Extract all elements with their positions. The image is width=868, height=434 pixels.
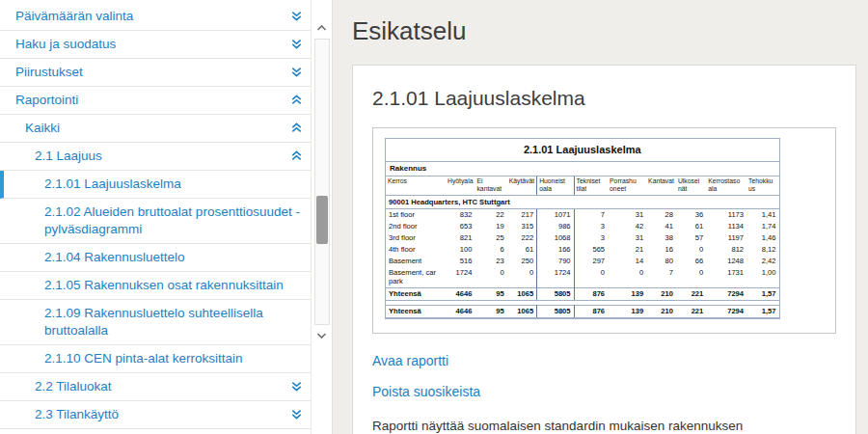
sidebar-item-label: Raportointi [15,92,283,109]
chevron-down-icon [316,332,327,339]
double-chevron-down-icon[interactable] [290,38,303,50]
sidebar-item[interactable]: 2.2 Tilaluokat [0,373,311,401]
report-cell: 217 [507,208,537,221]
report-cell: 95 [475,305,506,317]
sidebar-item-label: 2.1.04 Rakennusluettelo [44,249,303,266]
report-cell: 0 [608,267,646,288]
double-chevron-up-icon[interactable] [290,94,303,106]
report-data-row: Basement, car park1724001724007017311,00 [386,267,779,288]
report-cell: 821 [446,232,475,244]
sidebar-item[interactable]: 2.1 Laajuus [0,143,311,171]
report-row-label: 4th floor [386,244,446,256]
double-chevron-down-icon[interactable] [290,380,303,393]
report-cell: 1071 [537,208,574,221]
report-group-label: 90001 Headquarters, HTC Stuttgart [386,195,779,208]
scrollbar-track[interactable] [314,39,330,325]
report-cell: 0 [574,267,608,288]
report-cell: 31 [608,208,646,221]
report-data-row: 4th floor100661166565211608128,12 [386,244,779,256]
sidebar-item[interactable]: Piirustukset [0,59,311,87]
report-cell: 210 [646,305,676,317]
sidebar-item-selected[interactable]: 2.1.01 Laajuuslaskelma [0,171,311,199]
report-cell: 66 [676,256,706,267]
sidebar-item-label: 2.1 Laajuus [35,148,283,165]
sidebar-item[interactable]: 2.3 Tilankäyttö [0,401,311,429]
report-cell: 28 [646,208,676,221]
sidebar-item[interactable]: 2.1.09 Rakennusluettelo suhteellisella b… [0,300,311,345]
scroll-down-button[interactable] [312,327,332,344]
sidebar-item[interactable]: Kaikki [0,115,311,143]
remove-favorite-link[interactable]: Poista suosikeista [372,384,480,399]
report-cell: 19 [475,221,506,232]
open-report-link[interactable]: Avaa raportti [372,353,448,368]
report-cell: 6 [475,244,506,256]
scrollbar-thumb[interactable] [316,196,328,244]
report-cell: 1,46 [746,232,778,244]
report-cell: 812 [706,244,746,256]
chevron-up-icon [316,24,327,32]
sidebar-item-label: 2.3 Tilankäyttö [35,406,283,423]
report-cell: 297 [574,256,608,267]
sidebar-scrollbar[interactable] [311,0,333,434]
sidebar: Päivämäärän valintaHaku ja suodatusPiiru… [0,0,311,434]
report-cell: 876 [574,305,608,317]
sidebar-item-label: 2.1.05 Rakennuksen osat rakennuksittain [44,277,303,294]
report-column-header: Kerrostaso ala [706,176,746,195]
main-content: Esikatselu 2.1.01 Laajuuslaskelma 2.1.01… [333,0,868,434]
preview-card: 2.1.01 Laajuuslaskelma 2.1.01 Laajuuslas… [352,65,856,434]
report-cell: 1065 [507,305,537,317]
double-chevron-down-icon[interactable] [290,66,303,78]
report-row-label: Basement, car park [386,267,446,288]
report-column-header: Hyötyala [446,176,475,195]
sidebar-item[interactable]: Päivämäärän valinta [0,3,311,31]
report-column-header: Käytävät [507,176,537,195]
sidebar-item[interactable]: Raportointi [0,87,311,115]
report-cell: 1724 [446,267,475,288]
report-cell: 31 [608,232,646,244]
report-cell: 1173 [706,208,746,221]
report-cell: 790 [537,256,574,267]
report-cell: 3 [574,221,608,232]
sidebar-item-label: Kaikki [25,120,283,137]
sidebar-item[interactable]: 2.4 Henkilöt [0,429,311,434]
report-column-header: Ulkosei nät [676,176,706,195]
report-cell: 0 [676,267,706,288]
report-cell: 95 [475,287,506,300]
report-column-header: Tehokku us [746,176,778,195]
report-cell: 221 [676,287,706,300]
report-title: 2.1.01 Laajuuslaskelma [386,139,779,162]
double-chevron-down-icon[interactable] [290,10,303,22]
report-data-row: 3rd floor821252221068331385711971,46 [386,232,779,244]
report-column-header: Huoneist oala [537,176,574,195]
report-cell: 7294 [706,305,746,317]
report-cell: 139 [608,305,646,317]
sidebar-item[interactable]: 2.1.02 Alueiden bruttoalat prosenttiosuu… [0,199,311,244]
sidebar-item[interactable]: 2.1.05 Rakennuksen osat rakennuksittain [0,272,311,300]
sidebar-item-label: 2.1.09 Rakennusluettelo suhteellisella b… [44,305,303,339]
report-cell: 222 [507,232,537,244]
sidebar-item[interactable]: 2.1.10 CEN pinta-alat kerroksittain [0,345,311,373]
sidebar-item[interactable]: 2.1.04 Rakennusluettelo [0,244,311,272]
sidebar-item-label: Päivämäärän valinta [15,8,283,25]
sidebar-item[interactable]: Haku ja suodatus [0,31,311,59]
report-cell: 23 [475,256,506,267]
report-cell: 565 [574,244,608,256]
report-column-header: Porrashu oneet [608,176,646,195]
report-cell: 61 [507,244,537,256]
report-column-header: Ei kantavat [475,176,506,195]
sidebar-item-label: 2.1.01 Laajuuslaskelma [44,176,303,193]
report-description: Raportti näyttää suomalaisen standardin … [372,417,836,434]
report-cell: 1724 [537,267,574,288]
report-cell: 221 [676,305,706,317]
report-cell: 2,42 [746,256,778,267]
report-cell: 16 [646,244,676,256]
report-cell: 986 [537,221,574,232]
double-chevron-up-icon[interactable] [290,149,303,162]
report-cell: 1134 [706,221,746,232]
scroll-up-button[interactable] [312,19,332,37]
double-chevron-down-icon[interactable] [290,408,303,420]
double-chevron-up-icon[interactable] [290,122,303,134]
report-cell: 1731 [706,267,746,288]
report-preview-pane: 2.1.01 Laajuuslaskelma Rakennus KerrosHy… [372,127,836,334]
report-cell: 22 [475,208,506,221]
